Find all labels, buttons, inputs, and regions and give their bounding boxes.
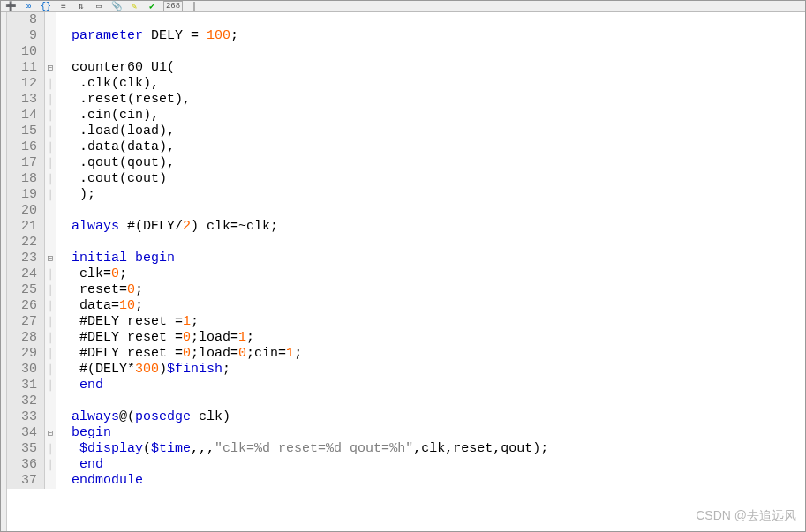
code-line[interactable]: 34⊟ begin: [7, 425, 805, 441]
code-line[interactable]: 33 always@(posedge clk): [7, 409, 805, 425]
line-number: 27: [7, 314, 45, 330]
code-text[interactable]: always@(posedge clk): [56, 409, 805, 425]
code-text[interactable]: [56, 203, 805, 219]
sort-icon[interactable]: ⇅: [75, 2, 87, 11]
code-text[interactable]: endmodule: [56, 473, 805, 489]
check-icon[interactable]: ✔: [146, 2, 158, 11]
line-number: 13: [7, 92, 45, 108]
fold-marker: [45, 44, 56, 60]
code-text[interactable]: [56, 44, 805, 60]
code-text[interactable]: always #(DELY/2) clk=~clk;: [56, 219, 805, 235]
code-line[interactable]: 14│ .cin(cin),: [7, 108, 805, 124]
line-number: 22: [7, 235, 45, 251]
code-area[interactable]: 89 parameter DELY = 100;1011⊟ counter60 …: [7, 12, 805, 531]
split-icon[interactable]: ≡: [57, 2, 70, 11]
code-text[interactable]: counter60 U1(: [56, 60, 805, 76]
line-number: 14: [7, 108, 45, 124]
divider-icon: |: [188, 2, 200, 11]
line-number: 18: [7, 171, 45, 187]
code-text[interactable]: #DELY reset =1;: [56, 314, 805, 330]
line-number: 11: [7, 60, 45, 76]
code-line[interactable]: 35│ $display($time,,,"clk=%d reset=%d qo…: [7, 441, 805, 457]
code-text[interactable]: data=10;: [56, 298, 805, 314]
code-text[interactable]: .reset(reset),: [56, 92, 805, 108]
line-number-box[interactable]: 268: [163, 1, 183, 11]
fold-marker: │: [45, 298, 56, 314]
code-editor[interactable]: 89 parameter DELY = 100;1011⊟ counter60 …: [1, 12, 805, 531]
fold-marker: [45, 393, 56, 409]
code-line[interactable]: 29│ #DELY reset =0;load=0;cin=1;: [7, 346, 805, 362]
code-line[interactable]: 15│ .load(load),: [7, 124, 805, 139]
code-line[interactable]: 13│ .reset(reset),: [7, 92, 805, 108]
code-line[interactable]: 17│ .qout(qout),: [7, 155, 805, 171]
code-line[interactable]: 24│ clk=0;: [7, 266, 805, 282]
fold-marker: │: [45, 314, 56, 330]
code-line[interactable]: 28│ #DELY reset =0;load=1;: [7, 330, 805, 346]
code-line[interactable]: 27│ #DELY reset =1;: [7, 314, 805, 330]
code-text[interactable]: .qout(qout),: [56, 155, 805, 171]
line-number: 34: [7, 425, 45, 441]
code-line[interactable]: 26│ data=10;: [7, 298, 805, 314]
code-line[interactable]: 32: [7, 393, 805, 409]
code-text[interactable]: [56, 393, 805, 409]
code-text[interactable]: [56, 235, 805, 251]
code-text[interactable]: .load(load),: [56, 124, 805, 139]
fold-marker: │: [45, 378, 56, 393]
fold-marker[interactable]: ⊟: [45, 60, 56, 76]
code-text[interactable]: .data(data),: [56, 139, 805, 155]
code-text[interactable]: clk=0;: [56, 266, 805, 282]
fold-marker[interactable]: ⊟: [45, 425, 56, 441]
plus-icon[interactable]: ➕: [4, 2, 17, 11]
code-text[interactable]: #DELY reset =0;load=1;: [56, 330, 805, 346]
box-icon[interactable]: ▭: [93, 2, 105, 11]
code-text[interactable]: reset=0;: [56, 282, 805, 298]
code-line[interactable]: 21 always #(DELY/2) clk=~clk;: [7, 219, 805, 235]
code-text[interactable]: .cout(cout): [56, 171, 805, 187]
code-text[interactable]: parameter DELY = 100;: [56, 28, 805, 44]
code-line[interactable]: 12│ .clk(clk),: [7, 76, 805, 92]
fold-marker: │: [45, 171, 56, 187]
code-line[interactable]: 22: [7, 235, 805, 251]
code-text[interactable]: end: [56, 457, 805, 473]
code-text[interactable]: );: [56, 187, 805, 203]
line-number: 30: [7, 362, 45, 378]
brace-pair-icon[interactable]: {}: [40, 2, 52, 11]
code-line[interactable]: 19│ );: [7, 187, 805, 203]
code-text[interactable]: begin: [56, 425, 805, 441]
code-line[interactable]: 10: [7, 44, 805, 60]
line-number: 25: [7, 282, 45, 298]
code-line[interactable]: 11⊟ counter60 U1(: [7, 60, 805, 76]
line-number: 23: [7, 251, 45, 266]
braces-icon[interactable]: ∞: [22, 2, 34, 11]
code-text[interactable]: initial begin: [56, 251, 805, 266]
fold-marker: │: [45, 76, 56, 92]
brush-icon[interactable]: ✎: [128, 2, 140, 11]
code-line[interactable]: 8: [7, 12, 805, 28]
line-number: 15: [7, 124, 45, 139]
code-text[interactable]: #(DELY*300)$finish;: [56, 362, 805, 378]
code-text[interactable]: $display($time,,,"clk=%d reset=%d qout=%…: [56, 441, 805, 457]
fold-marker: [45, 203, 56, 219]
fold-marker: │: [45, 108, 56, 124]
fold-marker: [45, 235, 56, 251]
line-number: 20: [7, 203, 45, 219]
code-text[interactable]: .cin(cin),: [56, 108, 805, 124]
code-line[interactable]: 16│ .data(data),: [7, 139, 805, 155]
code-line[interactable]: 20: [7, 203, 805, 219]
code-line[interactable]: 23⊟ initial begin: [7, 251, 805, 266]
attach-icon[interactable]: 📎: [110, 2, 123, 11]
code-text[interactable]: .clk(clk),: [56, 76, 805, 92]
code-line[interactable]: 18│ .cout(cout): [7, 171, 805, 187]
fold-marker[interactable]: ⊟: [45, 251, 56, 266]
code-line[interactable]: 31│ end: [7, 378, 805, 393]
code-line[interactable]: 25│ reset=0;: [7, 282, 805, 298]
fold-marker: [45, 409, 56, 425]
code-line[interactable]: 36│ end: [7, 457, 805, 473]
code-line[interactable]: 9 parameter DELY = 100;: [7, 28, 805, 44]
code-text[interactable]: [56, 12, 805, 28]
code-text[interactable]: end: [56, 378, 805, 393]
code-line[interactable]: 30│ #(DELY*300)$finish;: [7, 362, 805, 378]
code-line[interactable]: 37 endmodule: [7, 473, 805, 489]
line-number: 19: [7, 187, 45, 203]
code-text[interactable]: #DELY reset =0;load=0;cin=1;: [56, 346, 805, 362]
